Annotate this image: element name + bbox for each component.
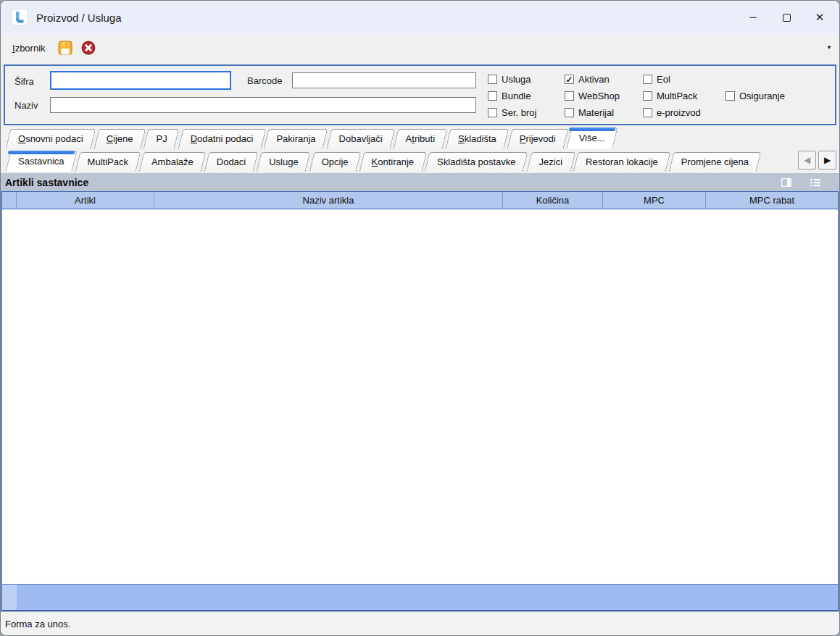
checkbox-eol[interactable]: Eol	[643, 74, 725, 85]
grid-body-empty	[2, 209, 838, 584]
cancel-icon	[81, 41, 96, 55]
maximize-icon	[783, 14, 791, 22]
checkbox-label: MultiPack	[657, 91, 697, 101]
grid-header-row: Artikl Naziv artikla Količina MPC MPC ra…	[2, 191, 838, 209]
checkbox-materijal[interactable]: Materijal	[565, 107, 643, 118]
grid-footer-indicator-cell	[2, 585, 17, 610]
checkbox-ser-broj[interactable]: Ser. broj	[488, 107, 565, 118]
checkbox-webshop[interactable]: WebShop	[565, 91, 643, 101]
barcode-label: Barcode	[247, 75, 282, 86]
minimize-icon: ─	[749, 12, 756, 22]
checkbox-label: e-proizvod	[657, 107, 701, 118]
window-title: Proizvod / Usluga	[36, 12, 122, 24]
grid-header-kolicina[interactable]: Količina	[503, 192, 603, 209]
checkbox-e-proizvod[interactable]: e-proizvod	[643, 107, 725, 118]
naziv-input[interactable]	[50, 97, 476, 113]
tab-pakiranja[interactable]: Pakiranja	[266, 129, 325, 148]
grid-header-naziv-artikla[interactable]: Naziv artikla	[154, 192, 503, 209]
main-tabs: Osnovni podaci Cijene PJ Dodatni podaci …	[1, 127, 839, 148]
sifra-label: Šifra	[14, 76, 34, 87]
flags-checkbox-grid: Usluga ✓ Aktivan Eol Bundle WebShop	[488, 71, 829, 121]
tab-usluge[interactable]: Usluge	[259, 152, 308, 172]
checkbox-box	[488, 91, 497, 101]
maximize-button[interactable]	[770, 1, 803, 34]
save-floppy-icon	[58, 41, 72, 55]
product-form-panel: Šifra Barcode Naziv Usluga ✓ Aktivan Eol	[4, 64, 836, 125]
app-window: Proizvod / Usluga ─ ✕ Izbornik ▼ Šifr	[0, 0, 840, 636]
minimize-button[interactable]: ─	[736, 1, 770, 34]
checkbox-label: WebShop	[578, 91, 620, 101]
cancel-button[interactable]	[79, 38, 98, 57]
tab-pj[interactable]: PJ	[146, 129, 177, 148]
checkbox-label: Osiguranje	[739, 91, 785, 101]
tab-dodaci[interactable]: Dodaci	[207, 152, 256, 172]
grid-header-mpc[interactable]: MPC	[603, 192, 706, 209]
tab-promjene-cijena[interactable]: Promjene cijena	[671, 152, 759, 172]
checkbox-box	[643, 75, 652, 84]
checkbox-box	[488, 75, 497, 84]
app-logo-icon	[11, 9, 28, 26]
tab-cijene[interactable]: Cijene	[96, 129, 144, 148]
tab-dodatni-podaci[interactable]: Dodatni podaci	[180, 129, 264, 148]
checkbox-label: Materijal	[578, 107, 614, 118]
tab-atributi[interactable]: Atributi	[396, 129, 445, 148]
checkbox-usluga[interactable]: Usluga	[488, 74, 565, 85]
grid-caption-bar: Artikli sastavnice	[1, 173, 839, 191]
tab-jezici[interactable]: Jezici	[529, 152, 573, 172]
toolbar-overflow-button[interactable]: ▼	[826, 44, 832, 51]
tab-skladista[interactable]: Skladišta	[448, 129, 507, 148]
arrow-right-icon: ▶	[824, 155, 831, 165]
barcode-input[interactable]	[292, 72, 476, 88]
checkbox-box	[565, 91, 574, 101]
checkbox-osiguranje[interactable]: Osiguranje	[725, 91, 829, 101]
tab-ambalaze[interactable]: Ambalaže	[141, 152, 204, 172]
close-icon: ✕	[815, 11, 825, 24]
grid-title: Artikli sastavnice	[5, 177, 88, 188]
tab-skladista-postavke[interactable]: Skladišta postavke	[427, 152, 525, 172]
checkbox-box	[643, 91, 652, 101]
checkbox-box	[488, 108, 497, 117]
save-button[interactable]	[56, 38, 75, 57]
titlebar: Proizvod / Usluga ─ ✕	[1, 1, 839, 34]
band-view-icon[interactable]	[781, 178, 791, 187]
checkbox-box: ✓	[565, 75, 574, 84]
checkbox-label: Eol	[657, 74, 670, 85]
tab-prijevodi[interactable]: Prijevodi	[510, 129, 566, 148]
grid-header-artikl[interactable]: Artikl	[17, 192, 154, 209]
sifra-input[interactable]	[50, 71, 231, 90]
status-text: Forma za unos.	[5, 619, 70, 629]
tab-restoran-lokacije[interactable]: Restoran lokacije	[575, 152, 668, 172]
checkbox-box	[643, 108, 652, 117]
tab-kontiranje[interactable]: Kontiranje	[362, 152, 425, 172]
checkbox-label: Bundle	[502, 91, 531, 101]
checkbox-label: Usluga	[502, 74, 531, 85]
checkbox-box	[725, 91, 735, 101]
tab-multipack[interactable]: MultiPack	[78, 152, 138, 172]
sub-tabs: Sastavnica MultiPack Ambalaže Dodaci Usl…	[1, 148, 839, 172]
arrow-left-icon: ◀	[804, 155, 810, 165]
tab-dobavljaci[interactable]: Dobavljači	[329, 129, 393, 148]
tab-osnovni-podaci[interactable]: Osnovni podaci	[8, 129, 93, 148]
checkbox-aktivan[interactable]: ✓ Aktivan	[565, 74, 643, 85]
sastavnica-grid: Artikl Naziv artikla Količina MPC MPC ra…	[1, 191, 839, 611]
grid-header-indicator	[2, 192, 17, 209]
close-button[interactable]: ✕	[803, 1, 836, 34]
column-list-icon[interactable]	[810, 178, 820, 187]
grid-header-mpc-rabat[interactable]: MPC rabat	[706, 192, 838, 209]
checkbox-box	[565, 108, 574, 117]
tab-opcije[interactable]: Opcije	[312, 152, 359, 172]
tab-sastavnica[interactable]: Sastavnica	[8, 151, 75, 172]
menubar: Izbornik ▼	[1, 34, 839, 62]
checkbox-label: Aktivan	[578, 74, 610, 85]
grid-footer-row	[2, 584, 838, 611]
tab-vise[interactable]: Više...	[569, 127, 615, 148]
checkbox-multipack[interactable]: MultiPack	[643, 91, 725, 101]
tab-scroll-left-button[interactable]: ◀	[798, 151, 816, 170]
menu-izbornik[interactable]: Izbornik	[8, 41, 50, 56]
checkbox-label: Ser. broj	[502, 107, 536, 118]
naziv-label: Naziv	[14, 100, 38, 111]
checkbox-bundle[interactable]: Bundle	[488, 91, 565, 101]
statusbar: Forma za unos.	[1, 611, 839, 635]
tab-scroll-right-button[interactable]: ▶	[818, 151, 836, 170]
